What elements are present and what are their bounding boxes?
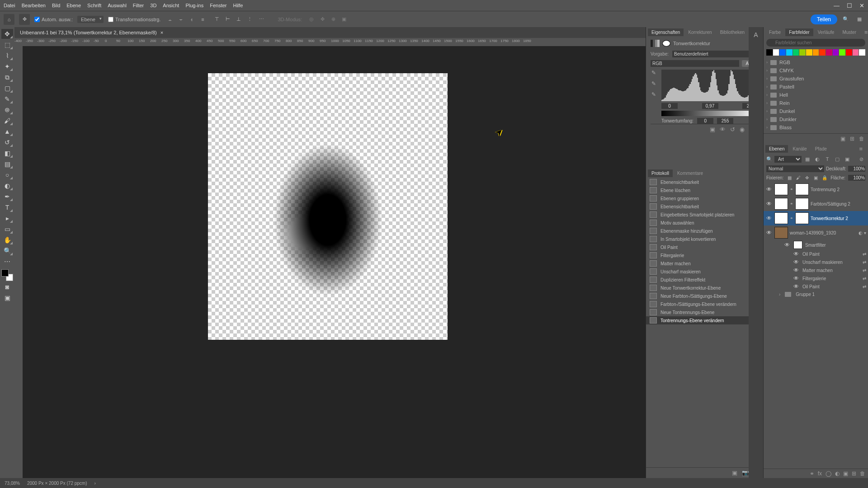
distribute-h-icon[interactable]: ≡ [198,14,208,24]
visibility-icon[interactable]: 👁 [793,259,800,265]
history-item[interactable]: Motiv auswählen [646,219,763,227]
dodge-tool[interactable]: ◐ [1,181,13,191]
zoom-tool[interactable]: 🔍 [1,246,13,256]
reset-icon[interactable]: ↺ [730,126,735,133]
mask-thumb[interactable] [795,198,809,210]
histogram[interactable]: ✎ ✎ ✎ [661,70,759,101]
menu-auswahl[interactable]: Auswahl [108,3,127,8]
smartfilter-item[interactable]: 👁Filtergalerie⇄ [764,274,868,282]
delete-layer-icon[interactable]: 🗑 [860,470,865,477]
visibility-icon[interactable]: 👁 [793,283,800,290]
share-button[interactable]: Teilen [811,14,837,24]
history-item[interactable]: Duplizieren Filtereffekt [646,276,763,284]
history-item[interactable]: Ebenenmaske hinzufügen [646,227,763,235]
align-center-v-icon[interactable]: ⊢ [223,14,233,24]
layer-name[interactable]: Tontrennung 2 [811,187,840,192]
history-item[interactable]: Ebenen gruppieren [646,194,763,202]
layer-mask-icon[interactable]: ◯ [826,470,831,477]
align-right-icon[interactable]: ⫞ [187,14,197,24]
filter-toggle-icon[interactable]: ⊘ [857,155,865,163]
channel-dropdown[interactable]: RGB [651,60,739,67]
layer-row[interactable]: 👁⚭Tontrennung 2 [764,182,868,197]
swatch[interactable] [799,49,806,56]
history-item[interactable]: Farbton-/Sättigungs-Ebene verändern [646,300,763,308]
swatch[interactable] [813,49,819,56]
swatch-folder[interactable]: ›Hell [766,91,865,99]
eraser-tool[interactable]: ◧ [1,148,13,158]
tab-korrekturen[interactable]: Korrekturen [684,28,715,36]
lock-artboard-icon[interactable]: ▣ [813,174,819,181]
smartfilter-item[interactable]: 👁Oil Paint⇄ [764,250,868,258]
brush-tool[interactable]: 🖌 [1,116,13,126]
align-bottom-icon[interactable]: ⊥ [234,14,244,24]
group-name[interactable]: Gruppe 1 [796,292,815,297]
lock-all-icon[interactable]: 🔒 [822,174,828,181]
history-item[interactable]: Oil Paint [646,243,763,251]
delete-swatch-icon[interactable]: 🗑 [859,136,864,142]
filter-shape-icon[interactable]: ▢ [833,155,841,163]
swatch[interactable] [779,49,786,56]
swatch[interactable] [846,49,852,56]
swatch-folder[interactable]: ›RGB [766,58,865,66]
view-previous-icon[interactable]: 👁 [720,126,726,133]
character-panel-icon[interactable]: A [751,30,761,40]
filter-smart-icon[interactable]: ▣ [843,155,851,163]
layer-name[interactable]: Tonwertkorrektur 2 [811,216,848,221]
eyedropper-gray-icon[interactable]: ✎ [651,80,659,88]
filter-search-icon[interactable]: 🔍 [766,156,773,162]
zoom-level[interactable]: 73,08% [5,481,20,486]
history-brush-tool[interactable]: ↺ [1,137,13,147]
swatch-folder[interactable]: ›Rein [766,99,865,107]
filter-kind-dropdown[interactable]: Art [774,156,802,163]
align-left-icon[interactable]: ⫠ [165,14,175,24]
output-white[interactable] [717,118,733,124]
shape-tool[interactable]: ▭ [1,224,13,234]
new-group-icon[interactable]: ▣ [843,470,848,477]
new-swatch-icon[interactable]: ⊞ [850,136,854,142]
gradient-tool[interactable]: ▤ [1,159,13,169]
foreground-color-swatch[interactable] [1,269,9,277]
clone-stamp-tool[interactable]: ▲ [1,127,13,136]
fill-input[interactable] [848,175,865,181]
swatch[interactable] [853,49,859,56]
marquee-tool[interactable]: ⬚ [1,40,13,50]
lock-pixels-icon[interactable]: 🖌 [795,174,802,181]
swatch[interactable] [766,49,773,56]
swatch[interactable] [859,49,865,56]
home-icon[interactable]: ⌂ [4,14,14,25]
menu-3d[interactable]: 3D [150,3,156,8]
fx-options-icon[interactable]: ⇄ [863,276,866,281]
fx-options-icon[interactable]: ⇄ [863,260,866,265]
history-item[interactable]: Neue Tontrennungs-Ebene [646,308,763,316]
mask-thumb[interactable] [795,212,809,224]
visibility-icon[interactable]: 👁 [793,251,800,257]
fx-options-icon[interactable]: ⇄ [863,252,866,257]
visibility-icon[interactable]: 👁 [783,242,791,248]
history-item[interactable]: In Smartobjekt konvertieren [646,235,763,243]
edit-toolbar-icon[interactable]: ⋯ [1,257,13,267]
fx-options-icon[interactable]: ⇄ [863,284,866,289]
healing-brush-tool[interactable]: ⊛ [1,105,13,115]
history-item[interactable]: Ebenensichtbarkeit [646,178,763,186]
tab-pfade[interactable]: Pfade [811,145,830,153]
adjustment-thumb[interactable] [774,198,788,210]
lock-position-icon[interactable]: ✥ [804,174,810,181]
visibility-icon[interactable]: 👁 [765,186,773,192]
swatch[interactable] [819,49,826,56]
eyedropper-white-icon[interactable]: ✎ [651,91,659,99]
adjustment-thumb[interactable] [774,183,788,195]
layers-list[interactable]: 👁⚭Tontrennung 2👁⚭Farbton/Sättigung 2👁⚭To… [764,182,868,469]
swatch-folder[interactable]: ›CMYK [766,66,865,75]
align-top-icon[interactable]: ⊤ [212,14,222,24]
frame-tool[interactable]: ▢ [1,83,13,93]
preset-dropdown[interactable]: Benutzerdefiniert [672,51,759,57]
output-gradient[interactable] [661,111,759,116]
history-item[interactable]: Eingebettetes Smartobjekt platzieren [646,211,763,219]
foreground-background-colors[interactable] [1,269,13,281]
tab-ebenen[interactable]: Ebenen [765,145,788,153]
menu-hilfe[interactable]: Hilfe [233,3,243,8]
swatch[interactable] [793,49,799,56]
tab-bibliotheken[interactable]: Bibliotheken [717,28,748,36]
layer-thumb[interactable] [774,227,788,239]
pen-tool[interactable]: ✒ [1,192,13,202]
